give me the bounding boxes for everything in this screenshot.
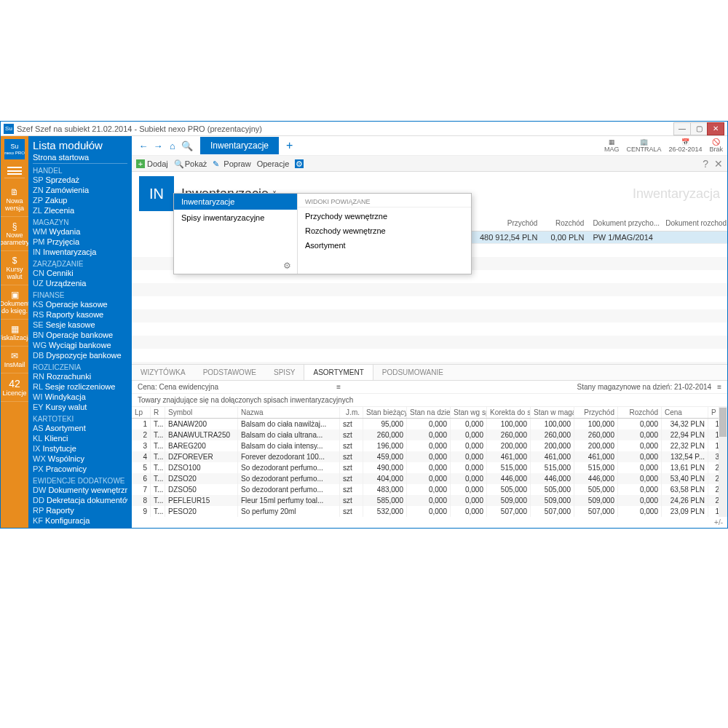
sidebar-item[interactable]: BN Operacje bankowe xyxy=(33,330,127,340)
dropdown-related[interactable]: Asortyment xyxy=(298,238,471,253)
help-icon[interactable]: ? xyxy=(703,158,708,170)
sidebar-item[interactable]: WX Wspólnicy xyxy=(33,454,127,464)
rail-item[interactable]: 🗎Nowa wersja xyxy=(1,183,28,217)
table-row[interactable]: 2T...BANAWULTRA250Balsam do ciała ultran… xyxy=(132,430,727,440)
scrollbar[interactable] xyxy=(719,407,727,517)
sidebar-item[interactable]: IX Instytucje xyxy=(33,443,127,454)
detail-tab[interactable]: WIZYTÓWKA xyxy=(132,365,194,380)
column-header[interactable]: Stan wg spisów xyxy=(451,407,487,418)
sidebar-item[interactable]: WG Wyciągi bankowe xyxy=(33,340,127,350)
column-header[interactable]: Rozchód xyxy=(618,407,662,418)
close-button[interactable]: ✕ xyxy=(707,122,724,135)
column-header[interactable]: J.m. xyxy=(340,407,363,418)
back-button[interactable]: ← xyxy=(136,138,151,153)
sidebar-item[interactable]: DD Dekretacja dokumentów xyxy=(33,495,127,505)
column-header[interactable]: R xyxy=(151,407,165,418)
sidebar-item[interactable]: RS Raporty kasowe xyxy=(33,309,127,320)
context-brak[interactable]: 🚫Brak xyxy=(709,138,723,153)
context-centrala[interactable]: 🏢CENTRALA xyxy=(626,138,661,153)
dropdown-related-header: WIDOKI POWIĄZANE xyxy=(298,197,471,207)
column-header[interactable]: Stan w magazynie xyxy=(531,407,574,418)
column-header[interactable]: Nazwa xyxy=(238,407,340,418)
detail-tab[interactable]: PODSTAWOWE xyxy=(194,365,265,380)
context-date[interactable]: 📅26-02-2014 xyxy=(668,138,702,153)
table-row[interactable]: 1T...BANAW200Balsam do ciała nawilżaj...… xyxy=(132,419,727,430)
sidebar-item[interactable]: PX Pracownicy xyxy=(33,464,127,474)
rail-item[interactable]: ▦Fiskalizacja xyxy=(1,320,28,347)
table-row[interactable]: 4T...DZFOREVERForever dezodorant 100...s… xyxy=(132,451,727,462)
column-header[interactable]: Korekta do spisów xyxy=(487,407,531,418)
rail-item[interactable]: ▣Dokument do księg. xyxy=(1,285,28,320)
sidebar-item[interactable]: WM Wydania xyxy=(33,226,127,237)
sidebar-item[interactable]: DW Dokumenty wewnętrzne xyxy=(33,485,127,495)
column-header[interactable]: Symbol xyxy=(165,407,238,418)
table-row[interactable]: 5T...DZSO100So dezodorant perfumo...szt4… xyxy=(132,462,727,473)
titlebar: Su Szef Szef na subiekt 21.02.2014 - Sub… xyxy=(1,122,727,136)
sidebar-item[interactable]: IN Inwentaryzacja xyxy=(33,247,127,257)
context-mag[interactable]: ▦MAG xyxy=(604,138,620,153)
main-tab[interactable]: Inwentaryzacje xyxy=(200,137,279,154)
dropdown-opt[interactable]: Spisy inwentaryzacyjne xyxy=(174,210,297,226)
sidebar-item[interactable]: EY Kursy walut xyxy=(33,402,127,412)
footer-indicator: +/- xyxy=(132,517,727,528)
table-row[interactable]: 6T...DZSO20So dezodorant perfumo...szt40… xyxy=(132,473,727,484)
table-row[interactable]: 8T...PEFLEUR15Fleur 15ml perfumy toal...… xyxy=(132,495,727,506)
gear-icon[interactable]: ⚙ xyxy=(174,258,297,274)
rail-item[interactable]: §Nowe parametry xyxy=(1,217,28,251)
sidebar-item[interactable]: CN Cenniki xyxy=(33,268,127,278)
new-tab-button[interactable]: + xyxy=(286,139,293,152)
column-header[interactable]: Stan bieżący xyxy=(363,407,407,418)
rail-badge[interactable]: 42Licencje xyxy=(1,373,28,402)
add-button[interactable]: +Dodaj xyxy=(136,159,168,168)
column-header[interactable]: Stan na dzień xyxy=(407,407,451,418)
sidebar: Lista modułów Strona startowa HANDELSP S… xyxy=(28,136,132,528)
detail-tab[interactable]: ASORTYMENT xyxy=(304,365,373,380)
hamburger-icon[interactable] xyxy=(4,164,25,178)
edit-button[interactable]: ✎Popraw xyxy=(213,159,250,168)
ops-button[interactable]: Operacje xyxy=(257,159,290,168)
table-row[interactable]: 7T...DZSO50So dezodorant perfumo...szt48… xyxy=(132,484,727,495)
topbar: ← → ⌂ 🔍 Inwentaryzacje + ▦MAG 🏢CENTRALA … xyxy=(132,136,727,156)
sidebar-home[interactable]: Strona startowa xyxy=(33,153,127,164)
home-button[interactable]: ⌂ xyxy=(165,138,180,153)
search-button[interactable]: 🔍 xyxy=(180,138,194,153)
dropdown-related[interactable]: Przychody wewnętrzne xyxy=(298,209,471,223)
forward-button[interactable]: → xyxy=(151,138,165,153)
detail-tab[interactable]: SPISY xyxy=(265,365,304,380)
sidebar-item[interactable]: AS Asortyment xyxy=(33,423,127,433)
title-dropdown: Inwentaryzacje Spisy inwentaryzacyjne ⚙ … xyxy=(173,193,472,274)
minimize-button[interactable]: — xyxy=(673,122,691,135)
detail-grid: LpRSymbolNazwaJ.m.Stan bieżącyStan na dz… xyxy=(132,407,727,517)
table-row[interactable]: 9T...PESO20So perfumy 20mlszt532,0000,00… xyxy=(132,506,727,517)
sidebar-item[interactable]: KF Konfiguracja xyxy=(33,515,127,526)
dropdown-opt[interactable]: Inwentaryzacje xyxy=(174,194,297,210)
sidebar-item[interactable]: ZN Zamówienia xyxy=(33,185,127,195)
table-row[interactable]: 3T...BAREG200Balsam do ciała intensy...s… xyxy=(132,440,727,451)
sidebar-item[interactable]: RL Sesje rozliczeniowe xyxy=(33,381,127,392)
sidebar-title: Lista modułów xyxy=(33,139,127,151)
rail-item[interactable]: $Kursy walut xyxy=(1,251,28,285)
sidebar-item[interactable]: ZL Zlecenia xyxy=(33,205,127,215)
rail-item[interactable]: ✉InsMail xyxy=(1,347,28,373)
dropdown-related[interactable]: Rozchody wewnętrzne xyxy=(298,223,471,238)
sidebar-item[interactable]: KS Operacje kasowe xyxy=(33,299,127,309)
maximize-button[interactable]: ▢ xyxy=(690,122,708,135)
sidebar-item[interactable]: UZ Urządzenia xyxy=(33,278,127,288)
close-icon[interactable]: ✕ xyxy=(714,158,723,170)
sidebar-item[interactable]: WI Windykacja xyxy=(33,392,127,402)
sidebar-item[interactable]: RN Rozrachunki xyxy=(33,371,127,381)
column-header[interactable]: Lp xyxy=(132,407,151,418)
sidebar-item[interactable]: ZP Zakup xyxy=(33,195,127,205)
sidebar-item[interactable]: KL Klienci xyxy=(33,433,127,443)
column-header[interactable]: Cena xyxy=(662,407,708,418)
show-button[interactable]: 🔍Pokaż xyxy=(174,159,207,168)
sidebar-item[interactable]: PM Przyjęcia xyxy=(33,237,127,247)
sidebar-item[interactable]: SP Sprzedaż xyxy=(33,175,127,185)
sidebar-item[interactable]: RP Raporty xyxy=(33,505,127,515)
window-title: Szef Szef na subiekt 21.02.2014 - Subiek… xyxy=(17,124,262,133)
detail-tab[interactable]: PODSUMOWANIE xyxy=(373,365,452,380)
column-header[interactable]: Przychód xyxy=(574,407,618,418)
sidebar-item[interactable]: SE Sesje kasowe xyxy=(33,320,127,330)
gear-button[interactable]: ⚙ xyxy=(295,159,304,168)
sidebar-item[interactable]: DB Dyspozycje bankowe xyxy=(33,350,127,360)
